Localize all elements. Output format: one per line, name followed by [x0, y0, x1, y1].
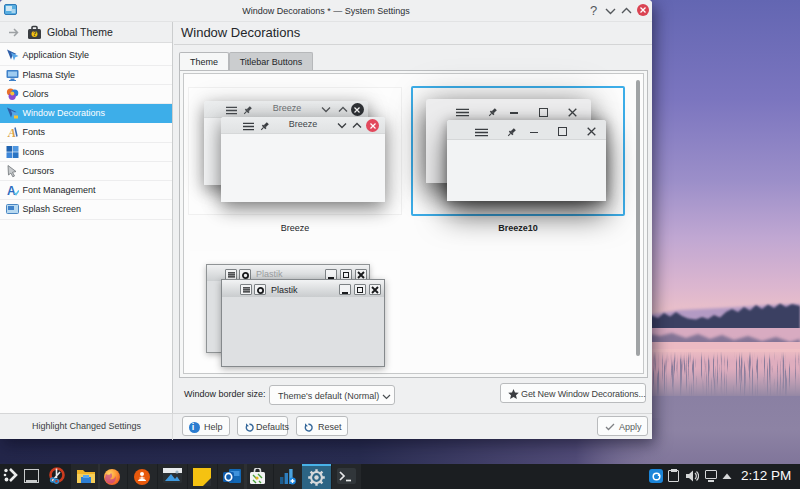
svg-text:?: ?: [33, 30, 37, 37]
svg-text:A: A: [7, 184, 16, 197]
svg-text:A: A: [7, 126, 16, 139]
